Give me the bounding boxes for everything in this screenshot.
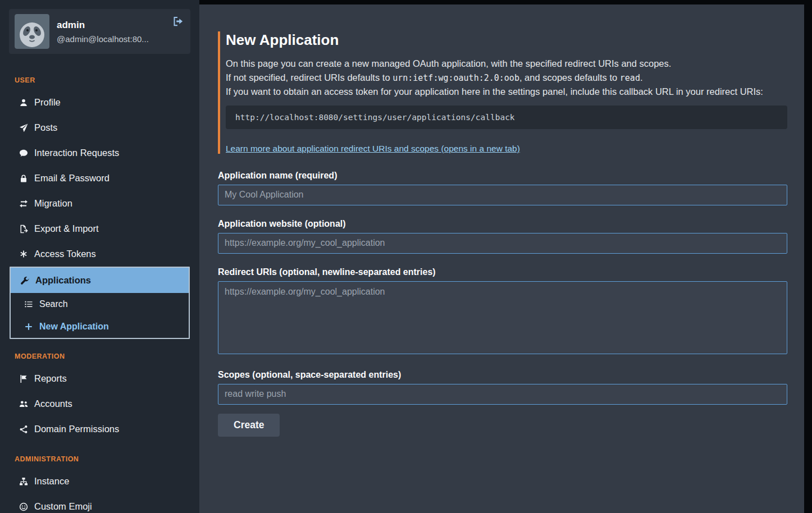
sidebar-item-access-tokens[interactable]: Access Tokens <box>10 241 190 267</box>
page-header: New Application On this page you can cre… <box>218 31 787 154</box>
users-icon <box>19 400 29 409</box>
application-website-label: Application website (optional) <box>218 219 787 229</box>
main-panel: New Application On this page you can cre… <box>199 4 804 513</box>
sidebar-item-label: Search <box>39 299 68 309</box>
lock-icon <box>19 174 29 183</box>
user-name: admin <box>57 20 185 31</box>
scopes-label: Scopes (optional, space-separated entrie… <box>218 370 787 380</box>
sidebar-item-label: Export & Import <box>34 223 99 234</box>
sidebar-item-label: New Application <box>39 322 109 332</box>
application-website-input[interactable] <box>218 233 787 254</box>
tools-icon <box>20 276 30 285</box>
nav-group-applications: ApplicationsSearchNew Application <box>10 267 190 339</box>
user-icon <box>19 98 29 107</box>
section-header-user: USER <box>10 63 190 90</box>
sidebar-item-label: Profile <box>34 97 61 108</box>
sidebar-item-export-import[interactable]: Export & Import <box>10 216 190 241</box>
sidebar-item-accounts[interactable]: Accounts <box>10 391 190 416</box>
submenu-applications: SearchNew Application <box>11 293 189 338</box>
list-icon <box>24 300 34 309</box>
redirect-uris-field-group: Redirect URIs (optional, newline-separat… <box>218 267 787 356</box>
sidebar-item-reports[interactable]: Reports <box>10 366 190 391</box>
intro-line-2-pre: If not specified, redirect URIs defaults… <box>226 72 393 83</box>
callback-url-code: http://localhost:8080/settings/user/appl… <box>226 106 787 129</box>
intro-line-2-post: . <box>640 72 643 83</box>
sidebar-item-label: Instance <box>34 476 69 487</box>
sidebar-item-new-application[interactable]: New Application <box>11 315 189 338</box>
sidebar-item-profile[interactable]: Profile <box>10 90 190 115</box>
sidebar-item-label: Interaction Requests <box>34 148 119 158</box>
redirect-uris-textarea[interactable] <box>218 281 787 354</box>
scopes-field-group: Scopes (optional, space-separated entrie… <box>218 370 787 405</box>
intro-line-2-mid: , and scopes defaults to <box>519 72 620 83</box>
main-column: New Application On this page you can cre… <box>199 0 812 513</box>
share-nodes-icon <box>19 425 29 434</box>
sidebar-item-label: Applications <box>35 275 91 286</box>
intro-line-2: If not specified, redirect URIs defaults… <box>226 71 787 85</box>
sidebar-item-applications[interactable]: Applications <box>11 268 189 293</box>
paper-plane-icon <box>19 123 29 132</box>
smile-icon <box>19 502 29 511</box>
scopes-input[interactable] <box>218 384 787 405</box>
sidebar-item-label: Access Tokens <box>34 249 96 259</box>
sidebar-item-instance[interactable]: Instance <box>10 469 190 494</box>
sidebar-item-label: Domain Permissions <box>34 424 119 434</box>
comment-icon <box>19 149 29 158</box>
sidebar-item-search[interactable]: Search <box>11 293 189 315</box>
sidebar-item-label: Posts <box>34 122 57 133</box>
sidebar: admin @admin@localhost:80... USERProfile… <box>0 0 199 513</box>
plus-icon <box>24 322 34 331</box>
arrows-left-right-icon <box>19 199 29 208</box>
avatar <box>15 14 49 49</box>
application-name-label: Application name (required) <box>218 171 787 181</box>
asterisk-icon <box>19 250 29 259</box>
new-application-form: Application name (required) Application … <box>218 171 787 437</box>
learn-more-link[interactable]: Learn more about application redirect UR… <box>226 144 520 154</box>
user-info: admin @admin@localhost:80... <box>57 20 185 44</box>
sidebar-item-label: Email & Password <box>34 173 110 184</box>
scrollbar-gutter[interactable] <box>804 4 812 513</box>
page-title: New Application <box>226 31 787 49</box>
create-button[interactable]: Create <box>218 414 280 437</box>
logout-icon[interactable] <box>172 16 184 27</box>
sidebar-item-label: Reports <box>34 373 67 384</box>
sidebar-item-migration[interactable]: Migration <box>10 191 190 216</box>
sidebar-item-posts[interactable]: Posts <box>10 115 190 140</box>
flag-icon <box>19 374 29 383</box>
intro-line-3: If you want to obtain an access token fo… <box>226 85 787 99</box>
sidebar-nav: USERProfilePostsInteraction RequestsEmai… <box>10 63 190 513</box>
section-header-administration: ADMINISTRATION <box>10 442 190 469</box>
sidebar-item-label: Migration <box>34 198 72 209</box>
application-name-field-group: Application name (required) <box>218 171 787 205</box>
redirect-uris-label: Redirect URIs (optional, newline-separat… <box>218 267 787 277</box>
application-website-field-group: Application website (optional) <box>218 219 787 254</box>
sidebar-item-label: Accounts <box>34 399 72 409</box>
user-handle: @admin@localhost:80... <box>57 34 163 44</box>
read-scope-code: read <box>620 73 640 83</box>
application-name-input[interactable] <box>218 185 787 205</box>
user-card: admin @admin@localhost:80... <box>9 9 190 54</box>
sitemap-icon <box>19 477 29 486</box>
sidebar-item-interaction-requests[interactable]: Interaction Requests <box>10 140 190 166</box>
oob-uri-code: urn:ietf:wg:oauth:2.0:oob <box>393 73 519 83</box>
sidebar-item-domain-permissions[interactable]: Domain Permissions <box>10 416 190 442</box>
file-export-icon <box>19 225 29 233</box>
section-header-moderation: MODERATION <box>10 339 190 366</box>
sidebar-item-label: Custom Emoji <box>34 501 92 512</box>
intro-line-1: On this page you can create a new manage… <box>226 57 787 71</box>
sidebar-item-custom-emoji[interactable]: Custom Emoji <box>10 494 190 513</box>
sidebar-item-email-password[interactable]: Email & Password <box>10 166 190 191</box>
